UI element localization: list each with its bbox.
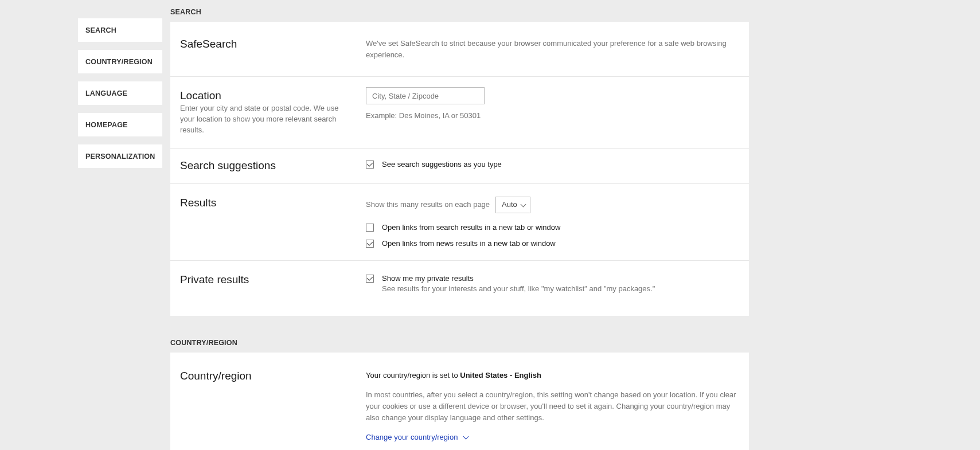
location-title: Location	[180, 89, 366, 103]
country-set-line: Your country/region is set to United Sta…	[366, 370, 739, 381]
country-title: Country/region	[180, 370, 366, 384]
results-perpage-line: Show this many results on each page Auto	[366, 197, 739, 213]
change-country-link[interactable]: Change your country/region	[366, 432, 469, 443]
section-heading-search: SEARCH	[170, 8, 749, 22]
country-desc: In most countries, after you select a co…	[366, 389, 739, 424]
results-perpage-label: Show this many results on each page	[366, 199, 490, 210]
results-open-search-line: Open links from search results in a new …	[366, 222, 739, 233]
private-check-line: Show me my private results See results f…	[366, 273, 739, 294]
location-desc: Enter your city and state or postal code…	[180, 103, 366, 136]
open-news-label: Open links from news results in a new ta…	[382, 238, 556, 249]
location-row: Location Enter your city and state or po…	[170, 77, 749, 149]
country-panel: Country/region Your country/region is se…	[170, 353, 749, 450]
safesearch-row: SafeSearch We've set SafeSearch to stric…	[170, 22, 749, 77]
results-perpage-value: Auto	[502, 199, 517, 210]
sidebar-item-language[interactable]: LANGUAGE	[78, 81, 162, 105]
suggestions-check-label: See search suggestions as you type	[382, 159, 502, 170]
suggestions-title: Search suggestions	[180, 159, 366, 173]
suggestions-checkbox[interactable]	[366, 161, 374, 169]
search-panel: SafeSearch We've set SafeSearch to stric…	[170, 22, 749, 316]
suggestions-check-line: See search suggestions as you type	[366, 159, 739, 170]
open-search-checkbox[interactable]	[366, 224, 374, 232]
sidebar-item-country[interactable]: COUNTRY/REGION	[78, 50, 162, 73]
location-example: Example: Des Moines, IA or 50301	[366, 110, 739, 122]
results-perpage-select[interactable]: Auto	[495, 197, 530, 213]
chevron-down-icon	[463, 435, 469, 440]
page-wrap: SEARCH COUNTRY/REGION LANGUAGE HOMEPAGE …	[0, 0, 980, 450]
open-search-label: Open links from search results in a new …	[382, 222, 560, 233]
open-news-checkbox[interactable]	[366, 240, 374, 248]
results-title: Results	[180, 197, 366, 210]
results-row: Results Show this many results on each p…	[170, 184, 749, 261]
change-country-link-text: Change your country/region	[366, 432, 458, 443]
location-input[interactable]	[366, 87, 485, 104]
private-check-sub: See results for your interests and your …	[382, 284, 655, 294]
suggestions-row: Search suggestions See search suggestion…	[170, 149, 749, 184]
sidebar-item-homepage[interactable]: HOMEPAGE	[78, 113, 162, 136]
country-set-value: United States - English	[460, 371, 541, 379]
private-checkbox[interactable]	[366, 275, 374, 283]
safesearch-title: SafeSearch	[180, 38, 366, 52]
sidebar-item-personalization[interactable]: PERSONALIZATION	[78, 144, 162, 168]
private-check-label: Show me my private results	[382, 273, 655, 284]
private-title: Private results	[180, 273, 366, 287]
sidebar-nav: SEARCH COUNTRY/REGION LANGUAGE HOMEPAGE …	[78, 8, 162, 450]
private-row: Private results Show me my private resul…	[170, 261, 749, 316]
section-heading-country: COUNTRY/REGION	[170, 339, 749, 353]
main-content: SEARCH SafeSearch We've set SafeSearch t…	[170, 8, 749, 450]
sidebar-item-search[interactable]: SEARCH	[78, 18, 162, 42]
safesearch-body: We've set SafeSearch to strict because y…	[366, 38, 739, 60]
country-row: Country/region Your country/region is se…	[170, 353, 749, 450]
results-open-news-line: Open links from news results in a new ta…	[366, 238, 739, 249]
country-set-prefix: Your country/region is set to	[366, 371, 460, 379]
chevron-down-icon	[521, 202, 526, 207]
